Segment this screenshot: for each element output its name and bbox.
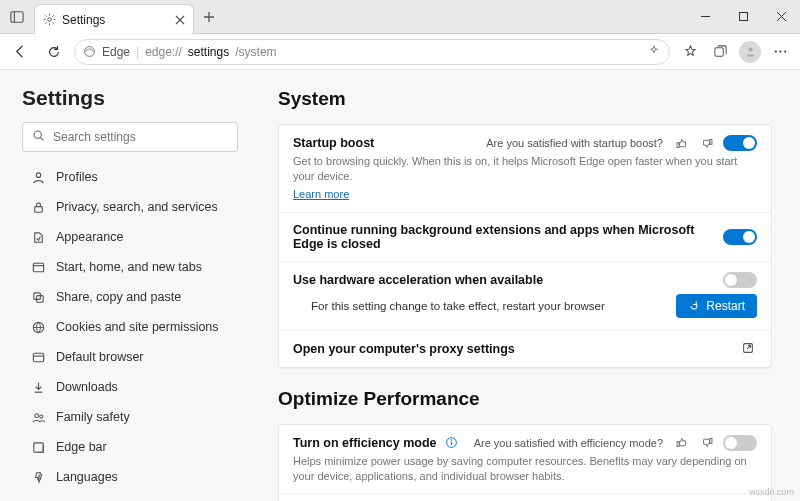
toggle-switch[interactable] xyxy=(723,435,757,451)
toggle-switch[interactable] xyxy=(723,229,757,245)
refresh-icon xyxy=(47,45,61,59)
setting-row: Use hardware acceleration when available… xyxy=(279,262,771,331)
menu-button[interactable] xyxy=(766,38,794,66)
feedback-prompt: Are you satisfied with startup boost? xyxy=(486,135,715,151)
thumbs-up-button[interactable] xyxy=(673,435,689,451)
address-prefix: Edge xyxy=(102,45,130,59)
sidebar-item-printers[interactable]: Printers xyxy=(22,492,238,501)
maximize-button[interactable] xyxy=(724,0,762,33)
svg-rect-4 xyxy=(739,13,747,21)
sidebar-item-default-browser[interactable]: Default browser xyxy=(22,342,238,372)
restart-button[interactable]: Restart xyxy=(676,294,757,318)
sidebar-item-start-home-and-new-tabs[interactable]: Start, home, and new tabs xyxy=(22,252,238,282)
sparkle-icon xyxy=(647,45,661,59)
sidebar-item-icon xyxy=(30,409,46,425)
sidebar-item-edge-bar[interactable]: Edge bar xyxy=(22,432,238,462)
svg-rect-34 xyxy=(677,142,679,147)
tab-title: Settings xyxy=(62,13,105,27)
svg-rect-20 xyxy=(33,353,43,361)
sidebar-item-icon xyxy=(30,349,46,365)
sidebar-item-label: Start, home, and new tabs xyxy=(56,260,202,274)
address-path-pre: edge:// xyxy=(145,45,182,59)
sidebar-item-icon: A xyxy=(30,469,46,485)
sidebar-item-icon xyxy=(30,229,46,245)
settings-card: Startup boostAre you satisfied with star… xyxy=(278,124,772,368)
collections-button[interactable] xyxy=(706,38,734,66)
search-input[interactable] xyxy=(22,122,238,152)
toggle-switch[interactable] xyxy=(723,135,757,151)
svg-point-23 xyxy=(34,413,38,417)
info-icon[interactable] xyxy=(445,436,458,449)
svg-point-7 xyxy=(748,47,752,51)
minimize-button[interactable] xyxy=(686,0,724,33)
sidebar-item-cookies-and-site-permissions[interactable]: Cookies and site permissions xyxy=(22,312,238,342)
thumbs-down-button[interactable] xyxy=(699,435,715,451)
svg-rect-15 xyxy=(33,263,43,271)
sidebar-item-icon xyxy=(30,379,46,395)
tab-close-button[interactable] xyxy=(175,15,185,25)
thumbs-down-button[interactable] xyxy=(699,135,715,151)
settings-card: Turn on efficiency modeAre you satisfied… xyxy=(278,424,772,501)
restart-icon xyxy=(688,300,700,312)
more-icon xyxy=(773,44,788,59)
back-button[interactable] xyxy=(6,38,34,66)
setting-title: Turn on efficiency mode xyxy=(293,436,437,450)
section-heading: Optimize Performance xyxy=(278,388,772,410)
star-plus-icon xyxy=(683,44,698,59)
section-heading: System xyxy=(278,88,772,110)
sidebar-item-label: Appearance xyxy=(56,230,123,244)
setting-row: Turn on efficiency modeAre you satisfied… xyxy=(279,425,771,495)
minimize-icon xyxy=(700,11,711,22)
sidebar-item-family-safety[interactable]: Family safety xyxy=(22,402,238,432)
profile-button[interactable] xyxy=(736,38,764,66)
sidebar-item-languages[interactable]: ALanguages xyxy=(22,462,238,492)
setting-description: Get to browsing quickly. When this is on… xyxy=(293,154,757,184)
new-tab-button[interactable] xyxy=(194,0,224,33)
collections-icon xyxy=(713,44,728,59)
setting-row[interactable]: Open your computer's proxy settings xyxy=(279,331,771,367)
setting-row: Continue running background extensions a… xyxy=(279,213,771,262)
setting-title: Continue running background extensions a… xyxy=(293,223,707,251)
sidebar-item-profiles[interactable]: Profiles xyxy=(22,162,238,192)
sidebar-item-label: Profiles xyxy=(56,170,98,184)
sidebar-item-appearance[interactable]: Appearance xyxy=(22,222,238,252)
sidebar-item-icon xyxy=(30,439,46,455)
svg-text:A: A xyxy=(36,474,41,481)
svg-rect-14 xyxy=(34,206,42,212)
learn-more-link[interactable]: Learn more xyxy=(293,188,349,200)
refresh-button[interactable] xyxy=(40,38,68,66)
sidebar-item-label: Family safety xyxy=(56,410,130,424)
tab-actions-button[interactable] xyxy=(0,0,34,33)
svg-rect-6 xyxy=(714,48,722,56)
svg-point-2 xyxy=(48,18,52,22)
svg-point-9 xyxy=(779,50,781,52)
sidebar-item-icon xyxy=(30,199,46,215)
sidebar-item-icon xyxy=(30,289,46,305)
watermark: wsxdn.com xyxy=(749,487,794,497)
close-window-button[interactable] xyxy=(762,0,800,33)
address-bar[interactable]: Edge | edge://settings/system xyxy=(74,39,670,65)
favorites-button[interactable] xyxy=(676,38,704,66)
sidebar-item-privacy-search-and-services[interactable]: Privacy, search, and services xyxy=(22,192,238,222)
sidebar-item-share-copy-and-paste[interactable]: Share, copy and paste xyxy=(22,282,238,312)
setting-row: Startup boostAre you satisfied with star… xyxy=(279,125,771,213)
toggle-switch[interactable] xyxy=(723,272,757,288)
edge-icon xyxy=(83,45,96,58)
sidebar-item-label: Share, copy and paste xyxy=(56,290,181,304)
sidebar-item-label: Default browser xyxy=(56,350,144,364)
svg-rect-0 xyxy=(11,11,23,22)
read-aloud-button[interactable] xyxy=(647,45,661,59)
sidebar-item-icon xyxy=(30,319,46,335)
gear-icon xyxy=(43,13,56,26)
sidebar-nav: ProfilesPrivacy, search, and servicesApp… xyxy=(22,162,238,501)
toolbar: Edge | edge://settings/system xyxy=(0,34,800,70)
address-path-strong: settings xyxy=(188,45,229,59)
thumbs-up-button[interactable] xyxy=(673,135,689,151)
main-panel[interactable]: SystemStartup boostAre you satisfied wit… xyxy=(250,70,800,501)
sidebar-item-downloads[interactable]: Downloads xyxy=(22,372,238,402)
tab-settings[interactable]: Settings xyxy=(34,4,194,34)
sidebar-item-label: Privacy, search, and services xyxy=(56,200,218,214)
sidebar: Settings ProfilesPrivacy, search, and se… xyxy=(0,70,250,501)
sidebar-item-label: Downloads xyxy=(56,380,118,394)
maximize-icon xyxy=(738,11,749,22)
